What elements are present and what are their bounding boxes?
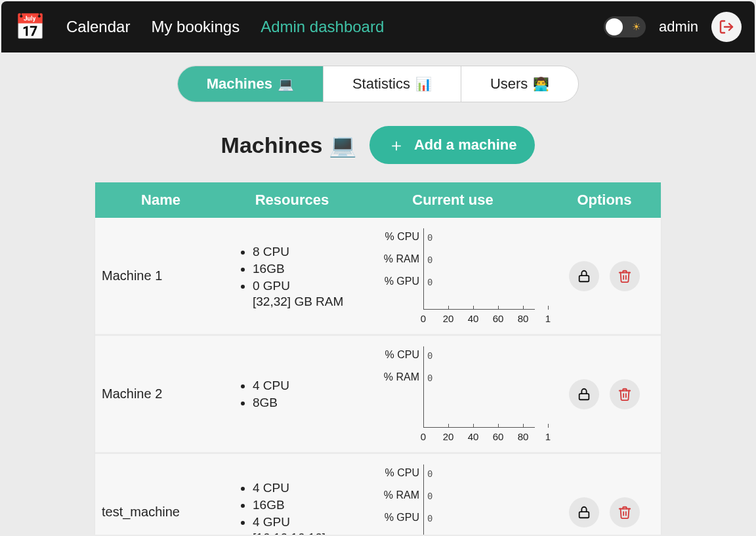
resource-item: 4 CPU (253, 480, 351, 497)
chart-x-tick: 80 (518, 313, 529, 324)
table-row: test_machine4 CPU16GB4 GPU[16,16,16,16]%… (95, 454, 661, 535)
nav-calendar[interactable]: Calendar (66, 18, 130, 36)
chart-metric-label: % GPU (364, 512, 419, 524)
col-name: Name (95, 182, 226, 218)
username-label: admin (659, 18, 698, 35)
machine-name: Machine 2 (95, 379, 226, 409)
chart-x-tick: 80 (518, 431, 529, 442)
person-icon: 👨‍💻 (533, 76, 549, 92)
top-nav: 📅 Calendar My bookings Admin dashboard ☀… (1, 1, 755, 52)
chart-x-tick: 60 (493, 431, 504, 442)
chart-metric-label: % RAM (364, 371, 419, 383)
chart-metric-value: 0 (427, 255, 432, 265)
chart-metric-label: % RAM (364, 253, 419, 265)
resource-extra: [16,16,16,16] (233, 531, 351, 535)
resource-item: 8GB (253, 394, 351, 411)
logout-button[interactable] (711, 12, 742, 42)
chart-x-tick: 0 (421, 313, 426, 324)
chart-icon: 📊 (415, 76, 432, 92)
chart-x-tick: 40 (468, 431, 479, 442)
toggle-knob (606, 18, 623, 35)
chart-metric-label: % CPU (364, 467, 419, 479)
chart-x-tick: 60 (493, 313, 504, 324)
svg-rect-3 (579, 512, 589, 518)
chart-x-tick: 20 (443, 431, 454, 442)
lock-button[interactable] (569, 497, 599, 527)
theme-toggle[interactable]: ☀ (604, 16, 646, 37)
chart-x-tick: 1 (545, 313, 551, 324)
machine-usage-chart: % CPU0% RAM0% GPU00204060801 (358, 455, 548, 535)
nav-admin-dashboard[interactable]: Admin dashboard (261, 18, 384, 36)
table-row: Machine 18 CPU16GB0 GPU[32,32] GB RAM% C… (95, 218, 661, 336)
delete-button[interactable] (610, 379, 640, 409)
tab-machines-label: Machines (207, 75, 272, 93)
machine-resources: 8 CPU16GB0 GPU[32,32] GB RAM (226, 236, 358, 317)
resource-item: 8 CPU (253, 243, 351, 260)
svg-rect-1 (579, 276, 589, 281)
resource-item: 4 GPU (253, 514, 351, 531)
chart-metric-label: % RAM (364, 489, 419, 501)
resource-extra: [32,32] GB RAM (233, 295, 351, 309)
machine-usage-chart: % CPU0% RAM00204060801 (358, 337, 548, 451)
chart-metric-value: 0 (427, 468, 432, 479)
tab-statistics-label: Statistics (352, 75, 410, 93)
sun-icon: ☀ (632, 21, 640, 33)
chart-metric-label: % CPU (364, 231, 419, 243)
resource-item: 0 GPU (253, 278, 351, 295)
chart-metric-value: 0 (427, 513, 432, 524)
tab-users[interactable]: Users 👨‍💻 (461, 66, 578, 102)
trash-icon (618, 505, 632, 520)
col-options: Options (548, 182, 661, 218)
col-resources: Resources (226, 182, 358, 218)
lock-icon (577, 505, 591, 520)
resource-item: 4 CPU (253, 377, 351, 394)
machine-usage-chart: % CPU0% RAM0% GPU00204060801 (358, 219, 548, 333)
plus-icon: ＋ (388, 136, 405, 154)
delete-button[interactable] (610, 261, 640, 291)
nav-my-bookings[interactable]: My bookings (151, 18, 240, 36)
chart-x-tick: 0 (421, 431, 426, 442)
trash-icon (618, 387, 632, 402)
tab-statistics[interactable]: Statistics 📊 (324, 66, 461, 102)
chart-metric-value: 0 (427, 232, 432, 243)
chart-x-tick: 20 (443, 313, 454, 324)
add-machine-button[interactable]: ＋ Add a machine (369, 126, 535, 164)
chart-metric-label: % GPU (364, 276, 419, 287)
resource-item: 16GB (253, 497, 351, 514)
resource-item: 16GB (253, 260, 351, 278)
lock-icon (577, 387, 591, 402)
svg-rect-2 (579, 394, 589, 400)
table-row: Machine 24 CPU8GB% CPU0% RAM00204060801 (95, 336, 661, 454)
chart-metric-value: 0 (427, 373, 432, 383)
machine-options (548, 371, 661, 417)
col-current-use: Current use (358, 182, 548, 218)
admin-tabs: Machines 💻 Statistics 📊 Users 👨‍💻 (177, 66, 579, 102)
delete-button[interactable] (610, 497, 640, 527)
trash-icon (618, 269, 632, 283)
add-machine-label: Add a machine (414, 136, 516, 154)
machines-table: Name Resources Current use Options Machi… (95, 182, 661, 535)
chart-metric-value: 0 (427, 277, 432, 287)
machine-options (548, 489, 661, 535)
lock-icon (577, 269, 591, 283)
chart-x-tick: 1 (545, 431, 551, 442)
laptop-icon: 💻 (278, 76, 294, 92)
lock-button[interactable] (569, 261, 599, 291)
machine-resources: 4 CPU8GB (226, 369, 358, 419)
chart-x-tick: 40 (468, 313, 479, 324)
tab-machines[interactable]: Machines 💻 (178, 66, 324, 102)
chart-metric-value: 0 (427, 350, 432, 361)
chart-metric-label: % CPU (364, 349, 419, 361)
table-header-row: Name Resources Current use Options (95, 182, 661, 218)
page-title: Machines 💻 (221, 132, 356, 158)
chart-metric-value: 0 (427, 491, 432, 501)
lock-button[interactable] (569, 379, 599, 409)
machine-name: Machine 1 (95, 260, 226, 291)
logout-icon (719, 19, 734, 35)
tab-users-label: Users (490, 75, 528, 93)
machine-resources: 4 CPU16GB4 GPU[16,16,16,16] (226, 472, 358, 535)
machine-name: test_machine (95, 497, 226, 527)
machine-options (548, 253, 661, 299)
calendar-icon: 📅 (14, 14, 45, 39)
